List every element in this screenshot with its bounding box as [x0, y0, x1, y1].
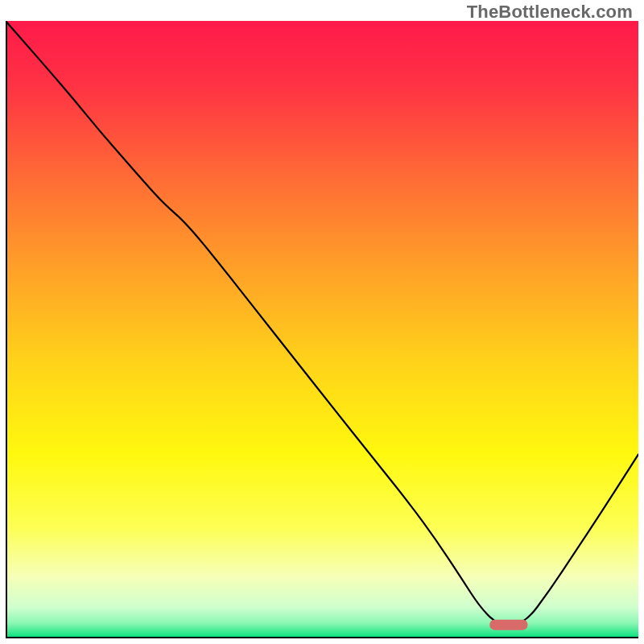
target-marker — [489, 620, 527, 630]
chart-background — [6, 21, 638, 638]
y-axis-line — [6, 21, 7, 638]
x-axis-line — [6, 637, 638, 638]
chart-plot — [6, 21, 638, 638]
chart-container: TheBottleneck.com — [0, 0, 644, 644]
watermark-text: TheBottleneck.com — [467, 2, 633, 23]
